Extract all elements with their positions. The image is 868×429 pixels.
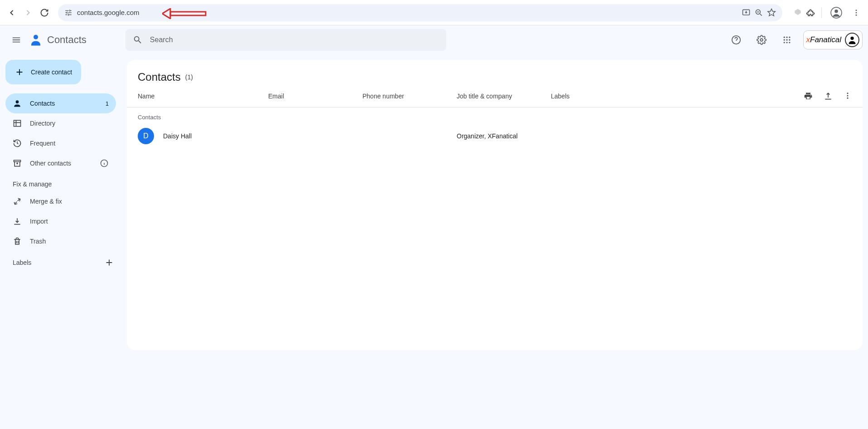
plus-icon [104,258,114,268]
content-panel: Contacts (1) Name Email Phone number Job… [127,60,863,350]
bookmark-star-icon[interactable] [767,8,776,17]
table-header: Name Email Phone number Job title & comp… [127,83,863,107]
app-logo[interactable]: Contacts [29,33,87,47]
zoom-icon[interactable] [754,8,763,17]
chrome-profile-button[interactable] [828,5,844,21]
sidebar-item-label: Contacts [30,100,55,107]
svg-point-16 [789,39,790,40]
history-icon [13,139,24,148]
sidebar-item-trash[interactable]: Trash [5,231,116,251]
reload-button[interactable] [36,5,53,21]
page-title: Contacts (1) [127,71,863,83]
export-button[interactable] [824,92,833,101]
search-box[interactable] [125,29,446,51]
apps-button[interactable] [778,31,796,49]
svg-point-8 [34,35,38,39]
svg-point-14 [783,39,785,40]
create-contact-button[interactable]: Create contact [5,60,81,84]
merge-icon [13,197,24,206]
sidebar: Create contact Contacts 1 Directory Freq… [0,54,127,356]
svg-point-12 [786,37,787,38]
svg-point-4 [856,10,857,11]
contact-name: Daisy Hall [163,132,192,140]
labels-section: Labels [4,251,123,274]
person-icon [13,99,24,108]
table-row[interactable]: D Daisy Hall Organizer, XFanatical [127,123,863,149]
svg-point-6 [856,14,857,15]
contact-job: Organizer, XFanatical [457,132,551,140]
sidebar-item-label: Other contacts [30,160,71,167]
archive-icon [13,159,24,168]
main-menu-button[interactable] [5,29,27,51]
extension-icon-1[interactable] [793,8,802,17]
col-header-labels: Labels [551,93,804,100]
sidebar-item-merge[interactable]: Merge & fix [5,191,116,211]
svg-rect-22 [14,120,21,126]
col-header-name: Name [138,93,268,100]
col-header-phone: Phone number [362,93,457,100]
sidebar-section-fix: Fix & manage [4,173,123,191]
back-button[interactable] [4,5,20,21]
svg-point-19 [789,42,790,43]
col-header-email: Email [268,93,362,100]
col-header-job: Job title & company [457,93,551,100]
url-text: contacts.google.com [77,9,140,16]
svg-point-20 [850,37,854,40]
sidebar-item-contacts[interactable]: Contacts 1 [5,93,116,113]
add-label-button[interactable] [104,258,114,268]
sidebar-item-label: Directory [30,120,55,127]
svg-point-21 [16,100,19,103]
svg-point-10 [760,39,763,41]
chrome-menu-button[interactable] [848,5,864,21]
more-button[interactable] [844,92,852,101]
search-input[interactable] [150,36,439,44]
sidebar-item-import[interactable]: Import [5,211,116,231]
app-header: Contacts xFanatical [0,25,868,54]
help-button[interactable] [727,31,745,49]
trash-icon [13,237,24,246]
svg-point-17 [783,42,785,43]
svg-point-5 [856,12,857,13]
sidebar-item-label: Frequent [30,140,55,147]
svg-point-27 [847,98,849,99]
sidebar-item-label: Import [30,218,48,225]
separator [821,7,822,18]
sidebar-item-other[interactable]: Other contacts [5,153,116,173]
contact-avatar: D [138,128,154,144]
contacts-logo-icon [29,33,43,47]
sidebar-item-label: Trash [30,238,46,245]
section-label: Contacts [127,107,863,123]
directory-icon [13,119,24,128]
svg-point-25 [847,93,849,94]
svg-point-3 [834,9,838,13]
search-icon [133,35,143,45]
account-avatar-icon [845,33,859,47]
info-icon[interactable] [100,159,109,168]
svg-point-11 [783,37,785,38]
svg-rect-23 [14,160,21,161]
svg-point-18 [786,42,787,43]
plus-icon [14,67,24,77]
labels-header-text: Labels [13,259,31,266]
settings-button[interactable] [752,31,771,49]
account-brand: xFanatical [806,35,841,44]
sidebar-item-directory[interactable]: Directory [5,113,116,133]
install-icon[interactable] [742,8,751,17]
app-name: Contacts [47,34,87,46]
forward-button[interactable] [20,5,36,21]
sidebar-item-count: 1 [106,100,109,107]
address-bar[interactable]: contacts.google.com [58,4,782,21]
site-tune-icon[interactable] [64,9,72,17]
sidebar-item-frequent[interactable]: Frequent [5,133,116,153]
import-icon [13,217,24,226]
account-button[interactable]: xFanatical [803,30,863,49]
svg-point-15 [786,39,787,40]
print-button[interactable] [804,92,813,101]
extensions-icon[interactable] [806,8,815,17]
svg-point-26 [847,95,849,97]
sidebar-item-label: Merge & fix [30,198,62,205]
browser-toolbar: contacts.google.com [0,0,868,25]
create-contact-label: Create contact [31,68,72,76]
contacts-count: (1) [185,73,193,81]
svg-point-13 [789,37,790,38]
